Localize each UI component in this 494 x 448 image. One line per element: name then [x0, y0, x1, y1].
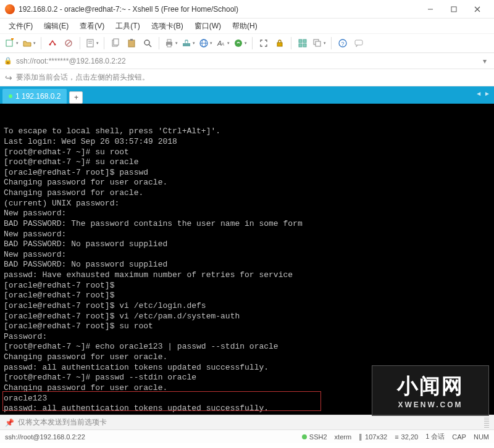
menu-edit[interactable]: 编辑(E): [39, 20, 73, 33]
maximize-button[interactable]: [442, 1, 466, 18]
terminal-line: Password:: [4, 332, 490, 342]
window-titlebar: 192.168.0.2 - oracle@redhat-7:~ - Xshell…: [0, 0, 494, 19]
watermark-sub: XWENW.COM: [398, 400, 463, 409]
terminal-line: [oracle@redhat-7 root]$ passwd: [4, 168, 490, 178]
terminal-line: [oracle@redhat-7 root]$: [4, 291, 490, 301]
separator: [41, 37, 41, 49]
address-text[interactable]: ssh://root:*******@192.168.0.2:22: [16, 57, 479, 65]
hint-text: 要添加当前会话，点击左侧的箭头按钮。: [16, 72, 149, 83]
close-button[interactable]: [466, 1, 489, 18]
status-bar: ssh://root@192.168.0.2:22 SSH2 xterm ‖ 1…: [0, 429, 494, 443]
disconnect-button[interactable]: [61, 36, 76, 51]
terminal-line: To escape to local shell, press 'Ctrl+Al…: [4, 127, 490, 137]
tab-next-button[interactable]: ►: [484, 90, 490, 97]
terminal-line: Changing password for oracle.: [4, 188, 490, 199]
separator: [331, 37, 332, 49]
paste-button[interactable]: [124, 36, 139, 51]
minimize-button[interactable]: [419, 1, 442, 18]
separator: [104, 37, 104, 49]
svg-rect-1: [451, 7, 456, 12]
color-button[interactable]: ▾: [232, 36, 248, 51]
svg-rect-15: [114, 39, 119, 45]
address-bar: 🔒 ssh://root:*******@192.168.0.2:22 ▾: [0, 53, 494, 69]
terminal-line: Changing password for user oracle.: [4, 178, 490, 188]
menu-view[interactable]: 查看(V): [75, 20, 109, 33]
svg-rect-36: [316, 41, 320, 46]
status-size: ‖ 107x32: [359, 433, 387, 441]
terminal-line: [oracle@redhat-7 root]$ vi /etc/login.de…: [4, 301, 490, 312]
copy-button[interactable]: [108, 36, 123, 51]
svg-text:?: ?: [341, 41, 345, 47]
cascade-button[interactable]: ▾: [311, 36, 327, 51]
svg-line-10: [67, 41, 70, 45]
svg-rect-32: [303, 39, 306, 43]
connection-status-dot-icon: [9, 94, 12, 98]
properties-button[interactable]: ▾: [84, 36, 100, 51]
globe-button[interactable]: ▾: [198, 36, 214, 51]
tile-button[interactable]: [295, 36, 310, 51]
status-cap: CAP: [452, 433, 466, 441]
terminal-line: [root@redhat-7 ~]# su root: [4, 147, 490, 158]
svg-rect-16: [128, 40, 135, 47]
menu-help[interactable]: 帮助(H): [227, 20, 262, 33]
open-button[interactable]: ▾: [21, 36, 37, 51]
svg-rect-17: [130, 39, 133, 41]
watermark: 小闻网 XWENW.COM: [372, 365, 489, 416]
menu-tabs[interactable]: 选项卡(B): [146, 20, 188, 33]
hint-bar: ↪ 要添加当前会话，点击左侧的箭头按钮。: [0, 69, 494, 86]
new-session-button[interactable]: ▾: [4, 36, 20, 51]
pin-icon[interactable]: 📌: [5, 418, 14, 427]
fullscreen-button[interactable]: [256, 36, 271, 51]
session-tab[interactable]: 1 192.168.0.2: [2, 89, 67, 104]
status-dot-icon: [302, 434, 307, 439]
menu-bar: 文件(F) 编辑(E) 查看(V) 工具(T) 选项卡(B) 窗口(W) 帮助(…: [0, 19, 494, 33]
terminal-line: passwd: Have exhausted maximum number of…: [4, 270, 490, 281]
terminal-line: [root@redhat-7 ~]# echo oracle123 | pass…: [4, 342, 490, 352]
terminal-line: Changing password for user oracle.: [4, 352, 490, 363]
compose-hint-text: 仅将文本发送到当前选项卡: [18, 417, 107, 428]
tab-prev-button[interactable]: ◄: [475, 90, 482, 97]
terminal-line: BAD PASSWORD: No password supplied: [4, 260, 490, 270]
terminal-line: New password:: [4, 209, 490, 219]
add-session-arrow-icon[interactable]: ↪: [5, 73, 12, 83]
menu-file[interactable]: 文件(F): [4, 20, 38, 33]
menu-window[interactable]: 窗口(W): [190, 20, 226, 33]
watermark-title: 小闻网: [397, 372, 464, 400]
svg-point-7: [49, 44, 51, 46]
print-button[interactable]: ▾: [163, 36, 179, 51]
separator: [291, 37, 291, 49]
chat-button[interactable]: [351, 36, 366, 51]
terminal-line: BAD PASSWORD: The password contains the …: [4, 219, 490, 230]
resize-grip[interactable]: [484, 418, 489, 428]
status-ssh: SSH2: [302, 433, 327, 441]
terminal-line: [oracle@redhat-7 root]$ vi /etc/pam.d/sy…: [4, 312, 490, 322]
address-dropdown[interactable]: ▾: [479, 57, 490, 65]
svg-rect-23: [183, 43, 190, 46]
svg-point-18: [144, 40, 149, 45]
separator: [252, 37, 253, 49]
app-icon: [5, 4, 15, 14]
tab-label: 1 192.168.0.2: [15, 92, 61, 101]
lock-button[interactable]: [272, 36, 287, 51]
svg-rect-4: [6, 40, 12, 46]
transfer-button[interactable]: ▾: [180, 36, 196, 51]
svg-text:A: A: [220, 41, 224, 47]
terminal-line: BAD PASSWORD: No password supplied: [4, 239, 490, 250]
separator: [159, 37, 159, 49]
find-button[interactable]: [140, 36, 155, 51]
status-num: NUM: [474, 433, 489, 441]
svg-rect-30: [277, 43, 282, 46]
help-button[interactable]: ?: [335, 36, 350, 51]
svg-rect-21: [167, 39, 171, 42]
font-button[interactable]: AA▾: [215, 36, 231, 51]
svg-point-8: [54, 44, 56, 46]
separator: [80, 37, 80, 49]
terminal-line: [root@redhat-7 ~]# su oracle: [4, 157, 490, 168]
tab-add-button[interactable]: +: [69, 91, 83, 104]
reconnect-button[interactable]: [45, 36, 60, 51]
terminal-line: New password:: [4, 250, 490, 260]
svg-rect-39: [355, 40, 362, 45]
window-controls: [419, 1, 489, 18]
tab-nav: ◄ ►: [475, 90, 490, 97]
menu-tools[interactable]: 工具(T): [111, 20, 144, 33]
